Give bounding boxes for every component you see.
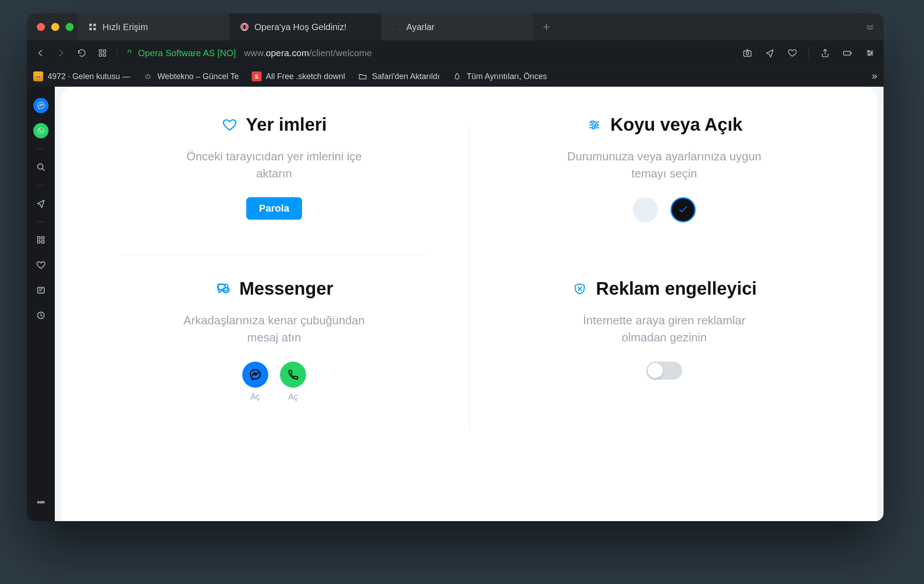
tab-speed-dial[interactable]: Hızlı Erişim [77,13,229,40]
folder-icon [358,71,368,81]
url-display[interactable]: www. opera.com /client/welcome [244,48,372,58]
minimize-window-button[interactable] [51,23,59,31]
toolbar: Opera Software AS [NO] www. opera.com /c… [27,40,884,66]
svg-point-5 [243,24,246,30]
snapshot-button[interactable] [741,47,754,59]
svg-point-28 [43,501,44,503]
sidebar-separator [37,185,45,186]
messenger-caption: Aç [250,392,260,402]
bookmark-item[interactable]: Safari'den Aktarıldı [358,71,440,81]
bookmarks-overflow-button[interactable]: » [872,71,877,82]
opera-icon [240,22,249,31]
battery-saver-button[interactable] [841,47,854,59]
close-window-button[interactable] [37,23,45,31]
bookmark-item[interactable]: Webtekno – Güncel Te [143,71,239,81]
sidebar-messenger-button[interactable] [32,97,50,115]
sidebar-history-button[interactable] [32,306,50,324]
svg-rect-15 [851,53,852,54]
share-button[interactable] [819,47,831,59]
sidebar-bookmarks-button[interactable] [32,256,50,274]
theme-light-swatch[interactable] [633,197,658,222]
back-button[interactable] [34,47,47,59]
svg-rect-22 [38,241,40,243]
heart-icon [222,117,238,133]
sidebar-speed-dial-button[interactable] [32,231,50,249]
svg-rect-21 [42,237,44,239]
welcome-card-theme: Koyu veya Açık Durumunuza veya ayarların… [469,106,859,249]
card-title: Koyu veya Açık [610,115,742,135]
theme-dark-swatch[interactable] [671,197,696,222]
svg-point-33 [222,288,229,292]
new-tab-button[interactable]: + [533,13,560,40]
reload-button[interactable] [76,47,88,59]
svg-rect-1 [93,24,96,26]
sidebar-news-button[interactable] [32,281,50,299]
svg-point-6 [395,26,398,28]
bookmark-label: 4972 · Gelen kutusu — [48,72,130,81]
sidebar-separator [37,149,45,149]
svg-rect-0 [89,24,92,26]
svg-rect-24 [38,288,44,293]
svg-rect-7 [99,50,102,52]
sliders-icon [586,117,602,133]
chat-icon [215,281,231,297]
messenger-icon [33,98,49,113]
forward-button[interactable] [55,47,67,59]
welcome-card-messenger: Messenger Arkadaşlarınıza kenar çubuğund… [79,279,469,428]
import-passwords-button[interactable]: Parola [246,197,302,220]
gear-icon [392,22,401,31]
bookmark-heart-button[interactable] [786,47,799,59]
svg-point-13 [746,52,749,55]
maximize-window-button[interactable] [66,23,74,31]
bookmark-item[interactable]: 4972 · Gelen kutusu — [33,71,130,81]
security-badge[interactable]: Opera Software AS [NO] [125,48,236,58]
svg-point-26 [38,501,40,503]
sidebar-flow-button[interactable] [32,195,50,212]
easy-setup-button[interactable] [864,47,876,59]
tab-label: Ayarlar [406,22,435,32]
traffic-lights [27,13,77,40]
tab-welcome[interactable]: Opera'ya Hoş Geldiniz! [229,13,381,40]
svg-rect-10 [103,54,106,56]
card-subtitle: Arkadaşlarınıza kenar çubuğundan mesaj a… [175,312,373,346]
bookmark-item[interactable]: S All Free .sketch downl [252,71,345,81]
whatsapp-caption: Aç [288,392,298,402]
svg-rect-8 [103,50,106,52]
card-title: Messenger [240,279,333,299]
url-prefix: www. [244,48,266,58]
sketch-icon: S [252,71,262,81]
sidebar [27,87,55,521]
whatsapp-app-button[interactable] [280,362,306,388]
sidebar-more-button[interactable] [32,493,50,511]
divider-horizontal [122,255,426,255]
svg-point-17 [871,52,872,53]
svg-point-27 [40,501,42,503]
bookmark-item[interactable]: Tüm Ayrıntıları, Önces [452,71,547,81]
page-content: Yer imleri Önceki tarayıcıdan yer imleri… [55,87,884,521]
svg-rect-2 [89,28,92,30]
speed-dial-icon [88,22,97,31]
url-path: /client/welcome [309,48,372,58]
instant-search-button[interactable] [764,47,776,59]
bookmark-label: Webtekno – Güncel Te [157,72,239,81]
drop-icon [452,71,462,81]
browser-window: Hızlı Erişim Opera'ya Hoş Geldiniz! Ayar… [27,13,884,521]
card-subtitle: Durumunuza veya ayarlarınıza uygun temay… [565,148,763,182]
sidebar-search-button[interactable] [32,158,50,176]
svg-point-29 [591,121,594,124]
svg-rect-20 [38,237,40,239]
tab-menu-button[interactable] [857,13,884,40]
tab-settings[interactable]: Ayarlar [381,13,533,40]
gmail-icon [33,71,43,81]
adblock-toggle[interactable] [646,362,682,380]
welcome-card-bookmarks: Yer imleri Önceki tarayıcıdan yer imleri… [79,106,469,249]
bookmarks-bar: 4972 · Gelen kutusu — Webtekno – Güncel … [27,66,884,87]
messenger-app-button[interactable] [242,362,268,388]
sidebar-whatsapp-button[interactable] [32,122,50,140]
svg-rect-9 [99,54,102,56]
speed-dial-button[interactable] [96,47,109,59]
whatsapp-icon [33,123,49,138]
svg-rect-3 [93,28,96,30]
card-subtitle: Önceki tarayıcıdan yer imlerini içe akta… [175,148,373,182]
tab-strip: Hızlı Erişim Opera'ya Hoş Geldiniz! Ayar… [27,13,884,40]
